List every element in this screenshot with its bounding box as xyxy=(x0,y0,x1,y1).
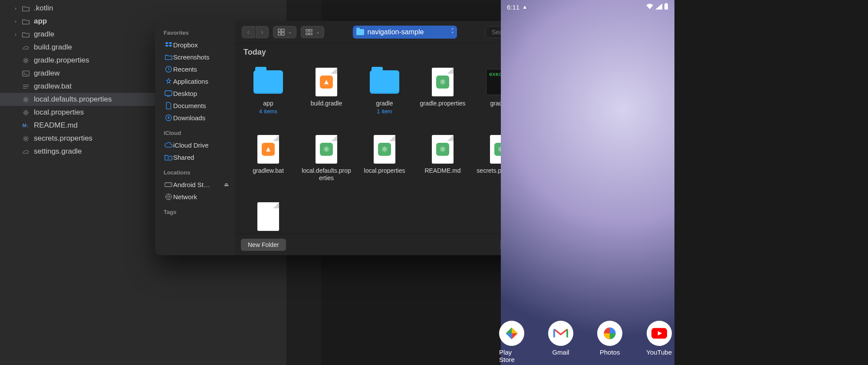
signal-icon xyxy=(655,3,662,11)
sidebar-item[interactable]: Network xyxy=(163,191,231,203)
folder-icon xyxy=(356,29,364,35)
file-name-label: README.md xyxy=(424,167,460,174)
file-item[interactable]: ⚛gradle.properties xyxy=(414,63,472,131)
globe-icon xyxy=(164,193,173,201)
disclosure-chevron-icon[interactable]: › xyxy=(12,32,19,37)
svg-point-7 xyxy=(24,137,26,139)
app-label: Photos xyxy=(600,349,620,356)
sidebar-item[interactable]: iCloud Drive xyxy=(163,139,231,151)
view-mode-icon-button[interactable]: ⌄ xyxy=(273,26,296,38)
sidebar-item-label: Android St… xyxy=(173,181,210,188)
app-icon xyxy=(597,321,622,346)
svg-rect-16 xyxy=(278,29,281,32)
sidebar-item-label: Screenshots xyxy=(173,53,209,61)
sidebar-item[interactable]: Android St…⏏ xyxy=(163,178,231,191)
svg-point-6 xyxy=(24,111,26,113)
sidebar-section-header: Favorites xyxy=(164,30,231,36)
file-item[interactable]: ⚛README.md xyxy=(414,131,472,198)
svg-rect-23 xyxy=(309,33,312,35)
sidebar-item[interactable]: Desktop xyxy=(163,87,231,99)
sharedfolder-icon xyxy=(164,154,173,161)
app-icon xyxy=(548,321,573,346)
svg-marker-29 xyxy=(512,327,518,333)
file-type-icon xyxy=(21,18,30,25)
svg-rect-9 xyxy=(165,91,172,95)
tree-item[interactable]: ›.kotlin xyxy=(0,2,286,15)
sidebar-item[interactable]: Dropbox xyxy=(163,39,231,51)
sidebar-item[interactable]: Downloads xyxy=(163,112,231,124)
tree-item-label: gradle.properties xyxy=(34,56,89,65)
app-label: Gmail xyxy=(552,349,569,356)
dock-app[interactable]: Gmail xyxy=(548,321,573,363)
path-dropdown[interactable]: navigation-sample ˄˅ xyxy=(353,26,457,39)
tree-item-label: gradle xyxy=(34,30,54,39)
file-name-label: gradlew.bat xyxy=(253,167,284,174)
sidebar-item[interactable]: Documents xyxy=(163,99,231,112)
svg-rect-1 xyxy=(22,71,29,76)
svg-rect-17 xyxy=(282,29,284,32)
file-thumb-icon xyxy=(253,67,283,97)
dock-app[interactable]: YouTube xyxy=(646,321,672,363)
app-label: YouTube xyxy=(646,349,672,356)
clock-icon xyxy=(164,66,173,73)
svg-marker-31 xyxy=(506,333,512,339)
file-item[interactable]: gradlew.bat xyxy=(239,131,297,198)
path-label: navigation-sample xyxy=(368,28,424,36)
sidebar-item-label: Network xyxy=(173,193,197,201)
folder-icon xyxy=(164,54,173,60)
file-thumb-icon: ⚛ xyxy=(427,134,458,164)
new-folder-button[interactable]: New Folder xyxy=(241,239,286,251)
file-name-label: gradle.properties xyxy=(420,100,465,107)
file-item[interactable]: ⚛local.defaults.properties xyxy=(297,131,355,198)
apps-icon xyxy=(164,78,173,85)
sidebar-item[interactable]: Applications xyxy=(163,75,231,87)
sidebar-item[interactable]: Recents xyxy=(163,63,231,75)
sidebar-item-label: Shared xyxy=(173,154,194,161)
battery-icon xyxy=(664,3,668,11)
tree-item-label: gradlew.bat xyxy=(34,82,72,91)
file-thumb-icon xyxy=(253,134,283,164)
file-type-icon xyxy=(21,70,30,77)
svg-rect-21 xyxy=(309,30,312,31)
file-type-icon xyxy=(21,5,30,12)
svg-point-5 xyxy=(24,98,26,100)
nav-back-button[interactable]: ‹ xyxy=(242,26,255,38)
sidebar-section-header: iCloud xyxy=(164,130,231,136)
sidebar-item[interactable]: Shared xyxy=(163,151,231,163)
sidebar-item-label: Desktop xyxy=(173,90,197,97)
file-item[interactable]: gradle1 item xyxy=(355,63,414,131)
doc-icon xyxy=(164,102,173,109)
desktop-icon xyxy=(164,90,173,97)
file-type-icon xyxy=(21,83,30,90)
nav-forward-button[interactable]: › xyxy=(256,26,269,38)
status-notification-icon: ▲ xyxy=(522,4,527,10)
file-item[interactable] xyxy=(239,198,297,233)
svg-rect-19 xyxy=(282,33,284,35)
svg-marker-30 xyxy=(512,333,518,339)
app-icon xyxy=(499,321,524,346)
disclosure-chevron-icon[interactable]: › xyxy=(12,6,19,11)
file-item[interactable]: ⚛local.properties xyxy=(355,131,414,198)
disclosure-chevron-icon[interactable]: › xyxy=(12,19,19,24)
file-name-label: gradle xyxy=(376,100,393,107)
file-item[interactable]: app4 items xyxy=(239,63,297,131)
eject-icon[interactable]: ⏏ xyxy=(224,181,229,187)
file-type-icon: M↓ xyxy=(21,123,30,128)
svg-rect-27 xyxy=(665,3,667,4)
phone-dock: Play StoreGmailPhotosYouTube xyxy=(499,321,672,363)
file-item[interactable]: build.gradle xyxy=(297,63,355,131)
tree-item-label: .kotlin xyxy=(34,4,53,13)
dock-app[interactable]: Photos xyxy=(597,321,622,363)
file-name-label: local.defaults.properties xyxy=(300,167,352,182)
group-mode-button[interactable]: ⌄ xyxy=(301,26,324,38)
dock-app[interactable]: Play Store xyxy=(499,321,524,363)
disk-icon xyxy=(164,182,173,187)
file-thumb-icon: ⚛ xyxy=(311,134,342,164)
sidebar-item-label: Applications xyxy=(173,78,208,85)
file-subtitle: 4 items xyxy=(259,108,277,115)
sidebar-item[interactable]: Screenshots xyxy=(163,51,231,63)
tree-item-label: secrets.properties xyxy=(34,134,92,143)
svg-rect-26 xyxy=(664,4,668,10)
sidebar-section-header: Locations xyxy=(164,169,231,176)
status-time: 6:11 xyxy=(507,3,519,11)
